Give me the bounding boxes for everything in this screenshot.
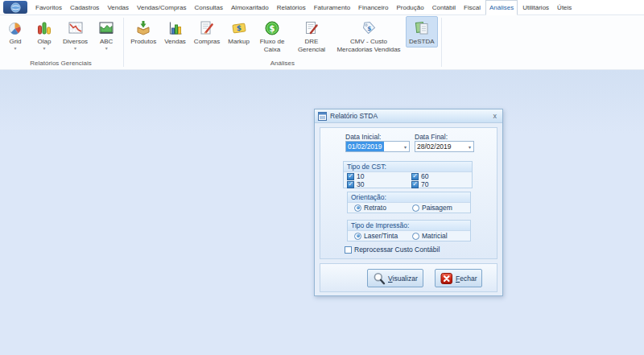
ribbon-button-label: Markup xyxy=(228,38,250,46)
document-pen-icon xyxy=(303,19,320,36)
tab-faturamento[interactable]: Faturamento xyxy=(311,0,353,14)
document-pencil-icon xyxy=(199,19,215,36)
laser-tinta-radio[interactable]: Laser/Tinta xyxy=(354,232,398,240)
checkbox-icon xyxy=(411,173,419,180)
ribbon-button-produtos[interactable]: Produtos xyxy=(127,16,159,47)
checkbox-icon xyxy=(347,173,354,180)
product-box-icon xyxy=(135,19,151,36)
tab-vendas[interactable]: Vendas xyxy=(104,0,132,14)
magnifier-icon xyxy=(373,272,386,285)
red-x-icon xyxy=(440,272,453,285)
dropdown-arrow-icon: ▼ xyxy=(14,47,18,51)
ribbon-group-separator xyxy=(123,18,124,67)
cst-60-label: 60 xyxy=(421,172,428,180)
tab-utilitarios[interactable]: Utilitários xyxy=(519,0,552,14)
matricial-radio[interactable]: Matricial xyxy=(412,232,448,240)
tab-cadastros[interactable]: Cadastros xyxy=(67,0,102,14)
ribbon-button-cmv[interactable]: $ CMV - Custo Mercadorias Vendidas xyxy=(333,16,404,55)
relatorio-stda-dialog: Relatório STDA x Data Inicial: Data Fina… xyxy=(314,109,503,296)
ribbon-button-dre-gerencial[interactable]: DRE Gerencial xyxy=(291,16,332,55)
fechar-label: Fechar xyxy=(456,275,477,283)
ribbon-button-markup[interactable]: $ Markup xyxy=(225,16,253,47)
chevron-down-icon[interactable]: ▾ xyxy=(402,144,409,150)
tab-financeiro[interactable]: Financeiro xyxy=(355,0,391,14)
globe-logo-icon xyxy=(10,2,21,13)
retrato-label: Retrato xyxy=(364,204,386,212)
ribbon-group-analises: Produtos Vendas Compras $ Markup xyxy=(126,15,439,69)
ribbon-button-olap[interactable]: Olap ▼ xyxy=(31,16,58,52)
dialog-title-bar[interactable]: Relatório STDA x xyxy=(315,109,502,123)
data-inicial-value: 01/02/2019 xyxy=(346,142,384,151)
paisagem-radio[interactable]: Paisagem xyxy=(412,204,452,212)
ribbon-button-label: Produtos xyxy=(130,38,156,46)
chevron-down-icon[interactable]: ▾ xyxy=(466,144,473,150)
ribbon-group-relatorios-gerenciais: Grid ▼ Olap ▼ Diversos ▼ xyxy=(0,15,122,69)
tab-fiscal[interactable]: Fiscal xyxy=(460,0,484,14)
ribbon-button-label: DeSTDA xyxy=(409,38,435,46)
ribbon-button-label: Grid xyxy=(9,38,21,46)
reprocessar-custo-contabil-checkbox[interactable]: Reprocessar Custo Contábil xyxy=(345,246,440,254)
visualizar-button[interactable]: Visualizar xyxy=(367,269,423,287)
close-icon[interactable]: x xyxy=(491,113,500,120)
ribbon: Grid ▼ Olap ▼ Diversos ▼ xyxy=(0,15,644,70)
cst-30-checkbox[interactable]: 30 xyxy=(347,180,364,188)
area-chart-icon xyxy=(98,19,114,36)
checkbox-icon xyxy=(347,181,354,188)
data-inicial-input[interactable]: 01/02/2019 ▾ xyxy=(345,141,410,152)
data-final-input[interactable]: 28/02/2019 ▾ xyxy=(415,141,474,152)
ribbon-button-diversos[interactable]: Diversos ▼ xyxy=(60,16,91,52)
banknote-dollar-icon: $ xyxy=(231,19,247,36)
radio-icon xyxy=(412,233,419,240)
tab-vendas-compras[interactable]: Vendas/Compras xyxy=(134,0,189,14)
tab-contabil[interactable]: Contábil xyxy=(429,0,459,14)
svg-text:$: $ xyxy=(367,24,371,31)
ribbon-button-label: CMV - Custo Mercadorias Vendidas xyxy=(336,38,401,53)
ribbon-button-grid[interactable]: Grid ▼ xyxy=(2,16,29,52)
ribbon-button-destda[interactable]: DeSTDA xyxy=(406,16,438,47)
app-logo-button[interactable] xyxy=(3,1,27,14)
svg-text:$: $ xyxy=(270,23,275,32)
ribbon-group-separator xyxy=(441,18,442,67)
tipo-de-impressao-header: Tipo de Impressão: xyxy=(348,221,470,231)
svg-text:$: $ xyxy=(237,24,242,32)
radio-icon xyxy=(354,233,361,240)
ribbon-button-label: ABC xyxy=(100,38,113,46)
tab-almoxarifado[interactable]: Almoxarifado xyxy=(228,0,272,14)
cst-10-label: 10 xyxy=(357,172,364,180)
report-window-icon xyxy=(318,112,327,121)
orientacao-groupbox: Orientação: Retrato Paisagem xyxy=(347,192,471,213)
tab-uteis[interactable]: Úteis xyxy=(554,0,575,14)
fechar-button[interactable]: Fechar xyxy=(435,269,482,287)
ribbon-button-abc[interactable]: ABC ▼ xyxy=(93,16,120,52)
pie-chart-icon xyxy=(7,19,23,36)
cst-70-label: 70 xyxy=(421,180,428,188)
dollar-coin-icon: $ xyxy=(264,19,280,36)
reprocessar-custo-contabil-label: Reprocessar Custo Contábil xyxy=(354,246,440,254)
cst-10-checkbox[interactable]: 10 xyxy=(347,172,364,180)
ribbon-button-compras[interactable]: Compras xyxy=(191,16,223,47)
ribbon-group-label: Análises xyxy=(270,58,295,69)
tab-consultas[interactable]: Consultas xyxy=(191,0,226,14)
tab-favoritos[interactable]: Favoritos xyxy=(32,0,65,14)
cst-60-checkbox[interactable]: 60 xyxy=(411,172,428,180)
menu-tab-bar: Favoritos Cadastros Vendas Vendas/Compra… xyxy=(0,0,644,15)
data-final-label: Data Final: xyxy=(415,133,448,141)
radio-icon xyxy=(354,204,361,212)
dialog-title: Relatório STDA xyxy=(330,112,491,120)
tab-relatorios[interactable]: Relatórios xyxy=(274,0,309,14)
dialog-content-panel: Data Inicial: Data Final: 01/02/2019 ▾ 2… xyxy=(320,127,497,259)
tipo-de-cst-groupbox: Tipo de CST: 10 60 30 70 xyxy=(343,161,473,188)
bar-chart-icon xyxy=(36,19,52,36)
stacked-papers-icon xyxy=(414,19,430,36)
tab-analises[interactable]: Análises xyxy=(485,0,518,15)
price-tag-icon: $ xyxy=(361,19,377,36)
tab-producao[interactable]: Produção xyxy=(393,0,427,14)
dropdown-arrow-icon: ▼ xyxy=(73,47,77,51)
ribbon-button-fluxo-de-caixa[interactable]: $ Fluxo de Caixa xyxy=(254,16,290,55)
ribbon-button-vendas[interactable]: Vendas xyxy=(161,16,189,47)
ribbon-button-label: Diversos xyxy=(63,38,88,46)
cst-70-checkbox[interactable]: 70 xyxy=(411,180,428,188)
cst-30-label: 30 xyxy=(357,180,364,188)
tipo-de-impressao-groupbox: Tipo de Impressão: Laser/Tinta Matricial xyxy=(347,220,471,241)
retrato-radio[interactable]: Retrato xyxy=(354,204,386,212)
